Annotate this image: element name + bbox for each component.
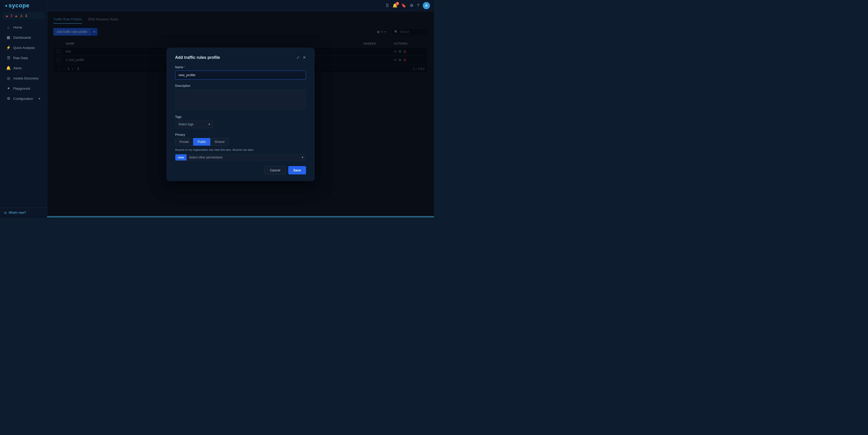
privacy-public-button[interactable]: Public [193,138,210,146]
privacy-label: Privacy [175,133,306,136]
home-icon: ⌂ [6,25,11,30]
sidebar-item-label-assets-discovery: Assets Discovery [13,76,39,80]
modal-title: Add traffic rules profile [175,55,220,60]
tags-select[interactable]: Select tags ▾ [175,120,213,128]
name-field-group: Name* [175,65,306,79]
privacy-description: Anyone in my organization can view this … [175,148,306,151]
apps-icon[interactable]: ⠿ [385,3,389,8]
alert-red-count: 3 [11,14,12,18]
logo-text: sycope [9,2,30,9]
save-button[interactable]: Save [288,166,306,174]
content-area: Traffic Rule Profiles DNS Resolver Rules… [47,11,434,218]
modal-expand-button[interactable]: ⤢ [297,55,300,60]
privacy-buttons: Private Public Shared [175,138,306,146]
sidebar-item-label-playground: Playground [13,87,30,91]
main-content: ⠿ 🔔 7 🔖 ⚙ ? A Traffic Rule Profiles DNS … [47,0,434,218]
sidebar-item-label-alerts: Alerts [13,66,22,70]
alert-yellow-count: 1 [25,14,27,18]
required-marker: * [184,65,185,69]
description-textarea[interactable] [175,89,306,109]
permissions-dropdown-icon: ▾ [302,156,303,159]
dashboards-icon: ▦ [6,35,11,40]
privacy-section: Privacy Private Public Shared Anyone in … [175,133,306,161]
alert-red-icon: ▲ [5,14,9,18]
permissions-select[interactable]: Select other permissions ▾ [187,154,306,161]
privacy-shared-button[interactable]: Shared [210,138,229,146]
sidebar-nav: ⌂ Home ▦ Dashboards ⚡ Quick Analysis ☰ R… [0,21,47,207]
sidebar-item-home[interactable]: ⌂ Home [2,23,45,32]
sidebar-item-raw-data[interactable]: ☰ Raw Data [2,53,45,63]
quick-analysis-icon: ⚡ [6,45,11,50]
alert-yellow-icon: ⚠ [20,14,23,18]
description-field-group: Description [175,84,306,110]
sidebar-item-configuration[interactable]: ⚙ Configuration ▼ [2,94,45,103]
name-label: Name* [175,65,306,69]
configuration-arrow-icon: ▼ [38,97,41,100]
bookmark-icon[interactable]: 🔖 [401,3,406,8]
topbar: ⠿ 🔔 7 🔖 ⚙ ? A [47,0,434,11]
view-badge: view [175,154,187,161]
alert-red-icon2: ▲ [14,14,18,18]
sidebar-item-label-dashboards: Dashboards [13,36,31,39]
modal-footer: Cancel Save [175,166,306,174]
sidebar-item-alerts[interactable]: 🔔 Alerts [2,63,45,73]
raw-data-icon: ☰ [6,56,11,60]
sidebar-item-label-home: Home [13,26,22,29]
sidebar-item-playground[interactable]: ✦ Playground [2,83,45,93]
permissions-row: view Select other permissions ▾ [175,154,306,161]
permissions-placeholder: Select other permissions [189,156,222,159]
sidebar-item-quick-analysis[interactable]: ⚡ Quick Analysis [2,43,45,53]
notification-badge: 7 [396,2,399,5]
sidebar-item-label-quick-analysis: Quick Analysis [13,46,35,50]
sidebar-item-dashboards[interactable]: ▦ Dashboards [2,33,45,42]
alerts-icon: 🔔 [6,66,11,70]
description-label: Description [175,84,306,88]
tags-placeholder: Select tags [178,123,193,126]
modal-header: Add traffic rules profile ⤢ ✕ [175,55,306,60]
add-traffic-rules-profile-modal: Add traffic rules profile ⤢ ✕ Name* Desc… [167,48,314,181]
whats-new-button[interactable]: ◎ What's new? [4,211,43,214]
tags-dropdown-icon: ▾ [209,123,210,126]
modal-close-button[interactable]: ✕ [303,55,306,60]
whats-new-icon: ◎ [4,211,7,214]
sidebar-item-label-raw-data: Raw Data [13,56,28,60]
sidebar-bottom: ◎ What's new? [0,207,47,218]
avatar[interactable]: A [423,2,430,9]
alert-bar[interactable]: ▲ 3 ▲ ⚠ 1 [2,12,45,19]
settings-icon[interactable]: ⚙ [410,3,413,8]
modal-overlay: Add traffic rules profile ⤢ ✕ Name* Desc… [47,11,434,218]
resize-handle[interactable]: ⤡ [311,176,313,179]
playground-icon: ✦ [6,86,11,91]
whats-new-label: What's new? [9,211,26,214]
logo-arrow: ◄ [4,4,8,8]
logo: ◄ sycope [0,0,47,11]
tags-label: Tags [175,115,306,119]
sidebar-item-assets-discovery[interactable]: ◎ Assets Discovery [2,73,45,83]
privacy-private-button[interactable]: Private [175,138,193,146]
sidebar-item-label-configuration: Configuration [13,97,33,101]
notification-icon[interactable]: 🔔 7 [393,3,398,8]
tags-field-group: Tags Select tags ▾ [175,115,306,128]
help-icon[interactable]: ? [417,3,419,8]
configuration-icon: ⚙ [6,96,11,101]
assets-discovery-icon: ◎ [6,76,11,80]
sidebar: ◄ sycope ▲ 3 ▲ ⚠ 1 ⌂ Home ▦ Dashboards ⚡… [0,0,47,218]
modal-header-icons: ⤢ ✕ [297,55,306,60]
name-input[interactable] [175,71,306,79]
cancel-button[interactable]: Cancel [265,166,285,174]
